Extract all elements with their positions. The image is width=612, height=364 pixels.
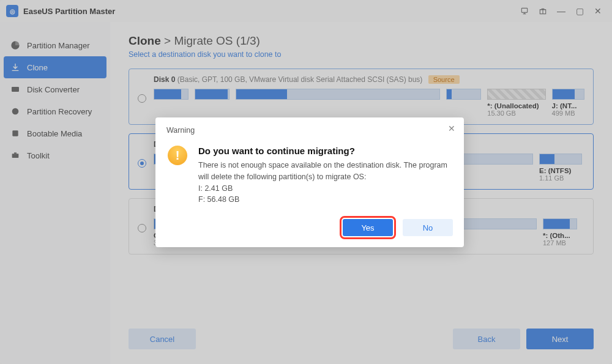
yes-button[interactable]: Yes xyxy=(343,219,393,236)
warning-icon: ! xyxy=(168,146,187,165)
close-icon[interactable]: ✕ xyxy=(448,124,455,133)
dialog-message: There is not enough space available on t… xyxy=(198,160,453,206)
dialog-heading: Do you want to continue migrating? xyxy=(198,146,453,156)
no-button[interactable]: No xyxy=(403,219,453,236)
warning-dialog: Warning ✕ ! Do you want to continue migr… xyxy=(155,117,464,247)
dialog-title: Warning xyxy=(166,126,453,135)
